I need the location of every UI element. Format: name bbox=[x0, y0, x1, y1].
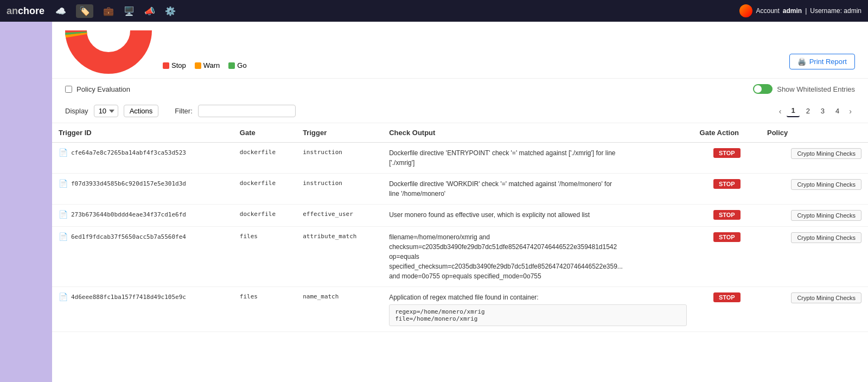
trigger-value: attribute_match bbox=[303, 233, 356, 240]
cell-gate-action: STOP bbox=[693, 205, 761, 227]
policy-badge: Crypto Mining Checks bbox=[791, 292, 861, 303]
trigger-id-value: 273b673644b0bddd4eae34f37cd1e6fd bbox=[71, 211, 186, 218]
prev-page-button[interactable]: ‹ bbox=[776, 105, 785, 117]
trigger-value: effective_user bbox=[303, 211, 353, 218]
table-row: 📄cfe64a7e8c7265ba14abf4f3ca53d523dockerf… bbox=[52, 143, 868, 174]
doc-icon: 📄 bbox=[59, 148, 68, 157]
cell-trigger: instruction bbox=[296, 174, 382, 205]
nav-icon-briefcase[interactable]: 💼 bbox=[103, 6, 114, 16]
stop-badge: STOP bbox=[713, 179, 741, 189]
pagination: ‹ 1 2 3 4 › bbox=[776, 105, 855, 117]
nav-icon-bell[interactable]: 📣 bbox=[144, 6, 155, 16]
nav-icon-tag[interactable]: 🏷️ bbox=[76, 4, 93, 18]
cell-policy: Crypto Mining Checks bbox=[761, 143, 868, 174]
trigger-value: instruction bbox=[303, 149, 342, 156]
chart-legend: Stop Warn Go bbox=[163, 61, 247, 74]
cell-trigger: attribute_match bbox=[296, 227, 382, 287]
cell-check-output: Dockerfile directive 'ENTRYPOINT' check … bbox=[382, 143, 693, 174]
account-name: admin bbox=[783, 7, 802, 15]
main-content: Stop Warn Go 🖨️ Print Report Policy Eval… bbox=[52, 22, 868, 382]
doc-icon: 📄 bbox=[59, 210, 68, 219]
cell-gate-action: STOP bbox=[693, 287, 761, 332]
col-policy: Policy bbox=[761, 123, 868, 143]
whitelist-toggle[interactable] bbox=[753, 84, 773, 94]
warn-label: Warn bbox=[203, 61, 220, 69]
doc-icon: 📄 bbox=[59, 292, 68, 301]
check-output-code: regexp=/home/monero/xmrig file=/home/mon… bbox=[389, 304, 686, 326]
col-gate-action: Gate Action bbox=[693, 123, 761, 143]
cell-trigger-id: 📄cfe64a7e8c7265ba14abf4f3ca53d523 bbox=[52, 143, 233, 174]
cell-gate-action: STOP bbox=[693, 227, 761, 287]
check-output-text: Application of regex matched file found … bbox=[389, 292, 617, 302]
policy-badge: Crypto Mining Checks bbox=[791, 210, 861, 221]
stop-dot bbox=[163, 62, 169, 69]
table-row: 📄6ed1f9fdcab37f5650acc5b7a5560fe4filesat… bbox=[52, 227, 868, 287]
table-row: 📄f07d3933d4585b6c920d157e5e301d3ddockerf… bbox=[52, 174, 868, 205]
cell-trigger-id: 📄4d6eee888fc1ba157f7418d49c105e9c bbox=[52, 287, 233, 332]
trigger-value: name_match bbox=[303, 293, 339, 300]
legend-warn: Warn bbox=[195, 61, 220, 69]
display-label: Display bbox=[65, 107, 88, 115]
display-select[interactable]: 10 25 50 bbox=[94, 105, 118, 117]
check-output-text: filename=/home/monero/xmrig and checksum… bbox=[389, 232, 617, 281]
cell-check-output: Dockerfile directive 'WORKDIR' check '='… bbox=[382, 174, 693, 205]
trigger-id-value: 4d6eee888fc1ba157f7418d49c105e9c bbox=[71, 294, 186, 301]
cell-gate: dockerfile bbox=[233, 205, 296, 227]
filter-label: Filter: bbox=[175, 107, 193, 115]
actions-button[interactable]: Actions bbox=[124, 105, 159, 117]
nav-icon-monitor[interactable]: 🖥️ bbox=[124, 6, 135, 16]
policy-badge: Crypto Mining Checks bbox=[791, 148, 861, 159]
page-4-button[interactable]: 4 bbox=[831, 105, 844, 117]
table-row: 📄4d6eee888fc1ba157f7418d49c105e9cfilesna… bbox=[52, 287, 868, 332]
check-output-text: User monero found as effective user, whi… bbox=[389, 210, 617, 220]
print-label: Print Report bbox=[809, 58, 847, 66]
cell-trigger-id: 📄6ed1f9fdcab37f5650acc5b7a5560fe4 bbox=[52, 227, 233, 287]
page-3-button[interactable]: 3 bbox=[816, 105, 829, 117]
check-output-text: Dockerfile directive 'ENTRYPOINT' check … bbox=[389, 148, 617, 168]
cell-gate-action: STOP bbox=[693, 174, 761, 205]
gate-value: files bbox=[240, 233, 258, 240]
col-gate: Gate bbox=[233, 123, 296, 143]
cell-check-output: Application of regex matched file found … bbox=[382, 287, 693, 332]
cell-policy: Crypto Mining Checks bbox=[761, 174, 868, 205]
cell-policy: Crypto Mining Checks bbox=[761, 287, 868, 332]
policy-eval-label: Policy Evaluation bbox=[76, 85, 130, 93]
policy-badge: Crypto Mining Checks bbox=[791, 179, 861, 190]
cell-trigger-id: 📄273b673644b0bddd4eae34f37cd1e6fd bbox=[52, 205, 233, 227]
check-output-text: Dockerfile directive 'WORKDIR' check '='… bbox=[389, 179, 617, 199]
trigger-id-value: cfe64a7e8c7265ba14abf4f3ca53d523 bbox=[71, 149, 186, 156]
sidebar bbox=[0, 22, 52, 382]
print-report-button[interactable]: 🖨️ Print Report bbox=[789, 54, 855, 69]
doc-icon: 📄 bbox=[59, 232, 68, 241]
warn-dot bbox=[195, 62, 201, 69]
avatar bbox=[739, 4, 752, 17]
col-check-output: Check Output bbox=[382, 123, 693, 143]
table-row: 📄273b673644b0bddd4eae34f37cd1e6fddockerf… bbox=[52, 205, 868, 227]
topnav: anchore ☁️ 🏷️ 💼 🖥️ 📣 ⚙️ Account admin | … bbox=[0, 0, 868, 22]
policy-eval-checkbox[interactable] bbox=[65, 86, 72, 93]
nav-icons: ☁️ 🏷️ 💼 🖥️ 📣 ⚙️ bbox=[55, 4, 176, 18]
legend-stop: Stop bbox=[163, 61, 186, 69]
cell-gate: files bbox=[233, 227, 296, 287]
page-2-button[interactable]: 2 bbox=[802, 105, 814, 117]
next-page-button[interactable]: › bbox=[846, 105, 855, 117]
print-icon: 🖨️ bbox=[797, 58, 806, 66]
nav-icon-cloud[interactable]: ☁️ bbox=[55, 6, 66, 16]
cell-trigger: instruction bbox=[296, 143, 382, 174]
toggle-container: Show Whitelisted Entries bbox=[753, 84, 855, 94]
page-1-button[interactable]: 1 bbox=[787, 105, 799, 117]
chart-area: Stop Warn Go 🖨️ Print Report bbox=[52, 22, 868, 78]
logo: anchore bbox=[7, 5, 44, 17]
trigger-value: instruction bbox=[303, 180, 342, 187]
nav-icon-settings[interactable]: ⚙️ bbox=[165, 6, 176, 16]
cell-gate: dockerfile bbox=[233, 143, 296, 174]
username-separator: | bbox=[805, 7, 807, 15]
whitelist-label: Show Whitelisted Entries bbox=[777, 85, 855, 93]
gate-value: dockerfile bbox=[240, 180, 276, 187]
col-trigger: Trigger bbox=[296, 123, 382, 143]
gate-value: files bbox=[240, 293, 258, 300]
cell-trigger-id: 📄f07d3933d4585b6c920d157e5e301d3d bbox=[52, 174, 233, 205]
filter-input[interactable] bbox=[198, 105, 296, 117]
stop-badge: STOP bbox=[713, 210, 741, 220]
policy-eval-bar: Policy Evaluation Show Whitelisted Entri… bbox=[52, 78, 868, 99]
